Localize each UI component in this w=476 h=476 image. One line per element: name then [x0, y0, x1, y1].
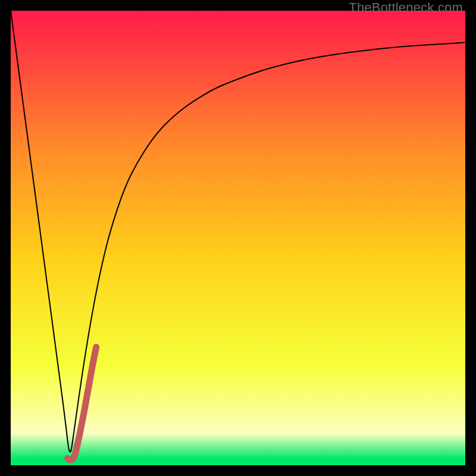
bottleneck-gradient-plot [11, 11, 465, 465]
chart-frame [11, 11, 465, 465]
watermark-text: TheBottleneck.com [349, 0, 463, 15]
